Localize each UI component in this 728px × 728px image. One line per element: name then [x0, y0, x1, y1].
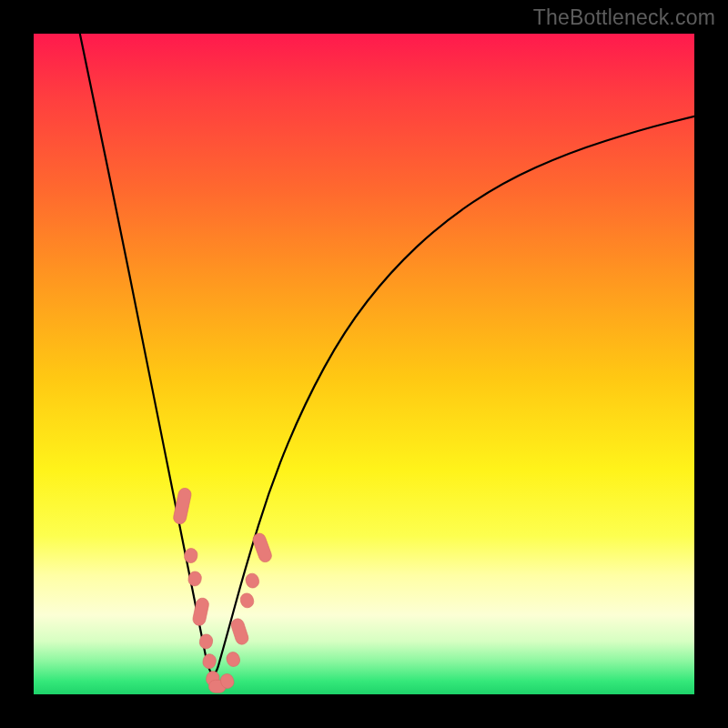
curve-marker	[225, 651, 241, 669]
curve-marker	[183, 547, 198, 564]
bottleneck-curve	[80, 34, 694, 674]
curve-layer	[34, 34, 694, 694]
curve-marker	[244, 571, 260, 590]
highlighted-markers	[172, 487, 273, 693]
curve-path	[80, 34, 694, 674]
watermark-text: TheBottleneck.com	[533, 5, 715, 30]
curve-marker	[229, 617, 249, 646]
chart-frame: TheBottleneck.com	[0, 0, 728, 728]
curve-marker	[202, 652, 217, 670]
curve-marker	[251, 531, 273, 563]
curve-marker	[238, 592, 255, 610]
plot-area	[34, 34, 694, 694]
